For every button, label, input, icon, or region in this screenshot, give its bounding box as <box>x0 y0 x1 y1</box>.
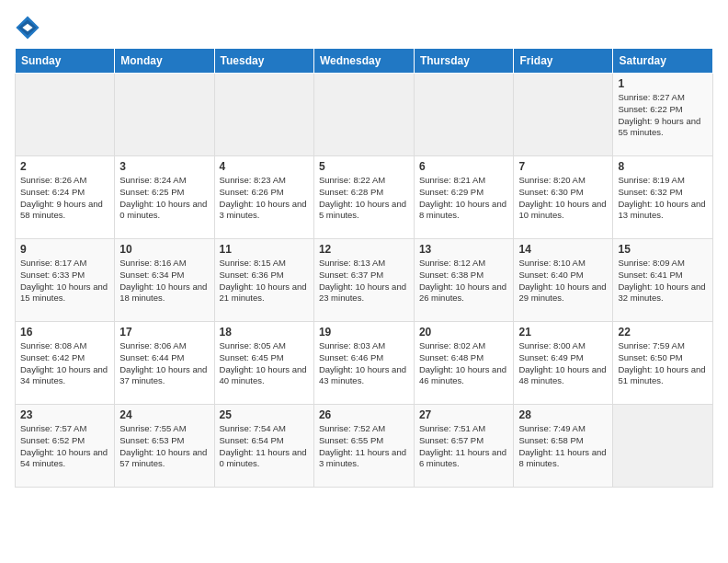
day-number: 10 <box>119 243 209 256</box>
day-number: 23 <box>20 408 109 421</box>
week-row-3: 16Sunrise: 8:08 AM Sunset: 6:42 PM Dayli… <box>16 322 713 405</box>
day-info: Sunrise: 7:55 AM Sunset: 6:53 PM Dayligh… <box>119 423 209 470</box>
day-number: 19 <box>319 326 409 339</box>
day-number: 6 <box>419 160 509 173</box>
header-cell-monday: Monday <box>115 49 214 74</box>
day-number: 1 <box>618 77 708 90</box>
day-number: 27 <box>419 408 509 421</box>
day-info: Sunrise: 8:19 AM Sunset: 6:32 PM Dayligh… <box>618 175 708 222</box>
day-number: 11 <box>220 243 309 256</box>
day-info: Sunrise: 7:51 AM Sunset: 6:57 PM Dayligh… <box>419 423 509 470</box>
day-cell: 20Sunrise: 8:02 AM Sunset: 6:48 PM Dayli… <box>414 322 514 405</box>
header-cell-tuesday: Tuesday <box>214 49 313 74</box>
day-cell: 24Sunrise: 7:55 AM Sunset: 6:53 PM Dayli… <box>115 405 214 488</box>
day-info: Sunrise: 7:52 AM Sunset: 6:55 PM Dayligh… <box>319 423 409 470</box>
day-cell <box>514 74 613 156</box>
day-info: Sunrise: 8:05 AM Sunset: 6:45 PM Dayligh… <box>220 340 309 387</box>
day-cell: 2Sunrise: 8:26 AM Sunset: 6:24 PM Daylig… <box>16 156 115 239</box>
day-cell: 19Sunrise: 8:03 AM Sunset: 6:46 PM Dayli… <box>313 322 414 405</box>
week-row-1: 2Sunrise: 8:26 AM Sunset: 6:24 PM Daylig… <box>16 156 713 239</box>
day-cell: 23Sunrise: 7:57 AM Sunset: 6:52 PM Dayli… <box>16 405 115 488</box>
day-cell: 13Sunrise: 8:12 AM Sunset: 6:38 PM Dayli… <box>414 239 514 322</box>
day-info: Sunrise: 8:16 AM Sunset: 6:34 PM Dayligh… <box>119 258 209 304</box>
day-info: Sunrise: 8:06 AM Sunset: 6:44 PM Dayligh… <box>119 340 209 387</box>
header-cell-sunday: Sunday <box>16 49 115 74</box>
day-cell: 27Sunrise: 7:51 AM Sunset: 6:57 PM Dayli… <box>414 405 514 488</box>
day-cell <box>414 74 514 156</box>
day-number: 21 <box>518 326 608 339</box>
day-info: Sunrise: 8:13 AM Sunset: 6:37 PM Dayligh… <box>319 258 409 304</box>
day-info: Sunrise: 8:27 AM Sunset: 6:22 PM Dayligh… <box>618 92 708 139</box>
day-info: Sunrise: 8:23 AM Sunset: 6:26 PM Dayligh… <box>220 175 309 222</box>
day-info: Sunrise: 8:09 AM Sunset: 6:41 PM Dayligh… <box>618 258 708 304</box>
day-info: Sunrise: 7:59 AM Sunset: 6:50 PM Dayligh… <box>618 340 708 387</box>
day-number: 14 <box>518 243 608 256</box>
day-info: Sunrise: 7:49 AM Sunset: 6:58 PM Dayligh… <box>518 423 608 470</box>
day-cell: 14Sunrise: 8:10 AM Sunset: 6:40 PM Dayli… <box>514 239 613 322</box>
day-info: Sunrise: 8:12 AM Sunset: 6:38 PM Dayligh… <box>419 258 509 304</box>
day-info: Sunrise: 7:54 AM Sunset: 6:54 PM Dayligh… <box>220 423 309 470</box>
day-cell: 4Sunrise: 8:23 AM Sunset: 6:26 PM Daylig… <box>214 156 313 239</box>
day-cell: 8Sunrise: 8:19 AM Sunset: 6:32 PM Daylig… <box>613 156 713 239</box>
day-cell <box>613 405 713 488</box>
day-info: Sunrise: 8:26 AM Sunset: 6:24 PM Dayligh… <box>20 175 109 222</box>
week-row-2: 9Sunrise: 8:17 AM Sunset: 6:33 PM Daylig… <box>16 239 713 322</box>
day-info: Sunrise: 8:10 AM Sunset: 6:40 PM Dayligh… <box>518 258 608 304</box>
header-cell-friday: Friday <box>514 49 613 74</box>
day-number: 4 <box>220 160 309 173</box>
day-info: Sunrise: 8:00 AM Sunset: 6:49 PM Dayligh… <box>518 340 608 387</box>
calendar-table: SundayMondayTuesdayWednesdayThursdayFrid… <box>15 48 713 488</box>
day-cell: 28Sunrise: 7:49 AM Sunset: 6:58 PM Dayli… <box>514 405 613 488</box>
day-cell: 25Sunrise: 7:54 AM Sunset: 6:54 PM Dayli… <box>214 405 313 488</box>
day-cell: 10Sunrise: 8:16 AM Sunset: 6:34 PM Dayli… <box>115 239 214 322</box>
logo <box>15 15 44 40</box>
day-cell: 26Sunrise: 7:52 AM Sunset: 6:55 PM Dayli… <box>313 405 414 488</box>
day-number: 28 <box>518 408 608 421</box>
day-number: 20 <box>419 326 509 339</box>
calendar-header: SundayMondayTuesdayWednesdayThursdayFrid… <box>16 49 713 74</box>
header-cell-wednesday: Wednesday <box>313 49 414 74</box>
day-cell <box>214 74 313 156</box>
header-cell-saturday: Saturday <box>613 49 713 74</box>
day-cell <box>16 74 115 156</box>
day-number: 2 <box>20 160 109 173</box>
day-number: 3 <box>119 160 209 173</box>
logo-icon <box>15 15 40 40</box>
day-cell: 18Sunrise: 8:05 AM Sunset: 6:45 PM Dayli… <box>214 322 313 405</box>
day-cell: 5Sunrise: 8:22 AM Sunset: 6:28 PM Daylig… <box>313 156 414 239</box>
day-info: Sunrise: 8:02 AM Sunset: 6:48 PM Dayligh… <box>419 340 509 387</box>
day-number: 22 <box>618 326 708 339</box>
day-cell: 3Sunrise: 8:24 AM Sunset: 6:25 PM Daylig… <box>115 156 214 239</box>
day-number: 9 <box>20 243 109 256</box>
day-cell: 9Sunrise: 8:17 AM Sunset: 6:33 PM Daylig… <box>16 239 115 322</box>
day-info: Sunrise: 8:21 AM Sunset: 6:29 PM Dayligh… <box>419 175 509 222</box>
day-info: Sunrise: 8:20 AM Sunset: 6:30 PM Dayligh… <box>518 175 608 222</box>
day-number: 18 <box>220 326 309 339</box>
day-cell: 7Sunrise: 8:20 AM Sunset: 6:30 PM Daylig… <box>514 156 613 239</box>
day-number: 8 <box>618 160 708 173</box>
day-number: 12 <box>319 243 409 256</box>
day-number: 26 <box>319 408 409 421</box>
day-cell: 16Sunrise: 8:08 AM Sunset: 6:42 PM Dayli… <box>16 322 115 405</box>
page-header <box>15 15 713 40</box>
day-cell: 6Sunrise: 8:21 AM Sunset: 6:29 PM Daylig… <box>414 156 514 239</box>
day-number: 17 <box>119 326 209 339</box>
day-info: Sunrise: 7:57 AM Sunset: 6:52 PM Dayligh… <box>20 423 109 470</box>
day-cell: 22Sunrise: 7:59 AM Sunset: 6:50 PM Dayli… <box>613 322 713 405</box>
day-cell: 11Sunrise: 8:15 AM Sunset: 6:36 PM Dayli… <box>214 239 313 322</box>
day-cell: 12Sunrise: 8:13 AM Sunset: 6:37 PM Dayli… <box>313 239 414 322</box>
day-info: Sunrise: 8:03 AM Sunset: 6:46 PM Dayligh… <box>319 340 409 387</box>
day-cell: 21Sunrise: 8:00 AM Sunset: 6:49 PM Dayli… <box>514 322 613 405</box>
header-cell-thursday: Thursday <box>414 49 514 74</box>
day-number: 16 <box>20 326 109 339</box>
day-info: Sunrise: 8:22 AM Sunset: 6:28 PM Dayligh… <box>319 175 409 222</box>
day-info: Sunrise: 8:08 AM Sunset: 6:42 PM Dayligh… <box>20 340 109 387</box>
day-cell: 15Sunrise: 8:09 AM Sunset: 6:41 PM Dayli… <box>613 239 713 322</box>
day-cell <box>313 74 414 156</box>
day-cell <box>115 74 214 156</box>
day-number: 5 <box>319 160 409 173</box>
header-row: SundayMondayTuesdayWednesdayThursdayFrid… <box>16 49 713 74</box>
day-number: 13 <box>419 243 509 256</box>
day-number: 15 <box>618 243 708 256</box>
day-info: Sunrise: 8:17 AM Sunset: 6:33 PM Dayligh… <box>20 258 109 304</box>
